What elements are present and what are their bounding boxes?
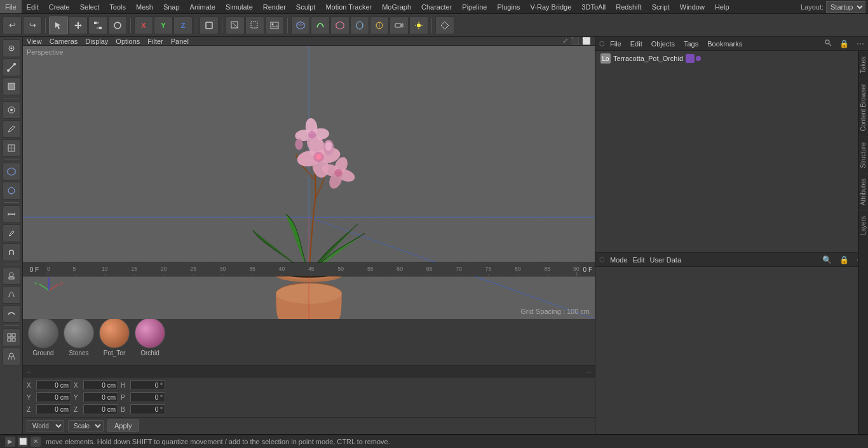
menu-mograph[interactable]: MoGraph xyxy=(377,0,416,13)
menu-window[interactable]: Window xyxy=(675,0,710,13)
apply-button[interactable]: Apply xyxy=(107,419,139,432)
menu-edit[interactable]: Edit xyxy=(22,0,44,13)
menu-pipeline[interactable]: Pipeline xyxy=(457,0,492,13)
menu-file[interactable]: File xyxy=(0,0,22,13)
menu-mesh[interactable]: Mesh xyxy=(131,0,158,13)
redo-button[interactable]: ↪ xyxy=(23,17,42,34)
scale-tool[interactable] xyxy=(88,17,107,34)
attr-mode-menu[interactable]: Mode xyxy=(610,256,628,264)
texture-btn[interactable] xyxy=(3,139,20,157)
h-input[interactable] xyxy=(130,380,165,390)
stamp-btn[interactable] xyxy=(3,267,20,285)
cube-primitive-btn[interactable] xyxy=(3,163,20,180)
material-pot-terra[interactable]: Pot_Ter xyxy=(99,318,130,356)
object-mode-button[interactable] xyxy=(200,17,219,34)
z-pos-input[interactable] xyxy=(36,404,71,414)
sculpt-pull-btn[interactable] xyxy=(3,286,20,304)
y-mid-input[interactable] xyxy=(83,392,118,402)
layers-tab[interactable]: Layers xyxy=(858,210,868,240)
picture-viewer-button[interactable] xyxy=(265,17,284,34)
knife-btn[interactable] xyxy=(3,224,20,242)
attributes-tab[interactable]: Attributes xyxy=(858,173,868,210)
paint-btn[interactable] xyxy=(3,120,20,138)
x-mid-input[interactable] xyxy=(83,380,118,390)
vp-menu-display[interactable]: Display xyxy=(85,37,108,45)
attr-search-icon[interactable]: 🔍 xyxy=(822,255,832,264)
render-region-button[interactable] xyxy=(245,17,264,34)
attr-userdata-menu[interactable]: User Data xyxy=(650,256,682,264)
cube-button[interactable] xyxy=(291,17,310,34)
timeline-track[interactable]: 0 5 10 15 20 25 30 xyxy=(46,263,581,276)
vp-menu-panel[interactable]: Panel xyxy=(171,37,189,45)
scale-dropdown[interactable]: Scale xyxy=(68,420,104,431)
menu-render[interactable]: Render xyxy=(258,0,291,13)
x-axis-button[interactable]: X xyxy=(134,17,153,34)
vp-menu-options[interactable]: Options xyxy=(116,37,140,45)
status-box-icon[interactable]: ⬜ xyxy=(18,437,28,447)
om-file-menu[interactable]: File xyxy=(610,40,621,48)
magnet-btn[interactable] xyxy=(3,243,20,261)
status-render-icon[interactable]: ▶ xyxy=(5,437,15,447)
vp-menu-view[interactable]: View xyxy=(27,37,42,45)
material-orchid[interactable]: Orchid xyxy=(135,318,165,356)
om-search-icon[interactable] xyxy=(824,39,832,48)
nurbs-button[interactable] xyxy=(330,17,349,34)
light-button[interactable] xyxy=(409,17,428,34)
takes-tab[interactable]: Takes xyxy=(858,51,868,78)
structure-tab[interactable]: Structure xyxy=(858,137,868,173)
vp-menu-cameras[interactable]: Cameras xyxy=(50,37,78,45)
rotate-tool[interactable] xyxy=(108,17,127,34)
z-axis-button[interactable]: Z xyxy=(173,17,193,34)
om-edit-menu[interactable]: Edit xyxy=(630,40,642,48)
menu-plugins[interactable]: Plugins xyxy=(492,0,525,13)
om-bookmarks-menu[interactable]: Bookmarks xyxy=(707,40,742,48)
material-ground[interactable]: Ground xyxy=(28,318,58,356)
world-dropdown[interactable]: World Object xyxy=(27,420,64,431)
edges-mode-btn[interactable] xyxy=(3,58,20,76)
timeline-ruler[interactable]: 0 F 0 5 10 15 20 xyxy=(23,262,595,276)
vp-icon-1[interactable]: ⤢ xyxy=(562,37,568,45)
move-tool[interactable] xyxy=(69,17,88,34)
om-tags-menu[interactable]: Tags xyxy=(684,40,698,48)
grid-btn[interactable] xyxy=(3,329,20,346)
sphere-btn[interactable] xyxy=(3,182,20,200)
menu-simulate[interactable]: Simulate xyxy=(220,0,258,13)
om-lock-icon[interactable]: 🔒 xyxy=(839,39,849,48)
menu-script[interactable]: Script xyxy=(647,0,675,13)
attr-lock-icon[interactable]: 🔒 xyxy=(839,255,849,264)
y-pos-input[interactable] xyxy=(36,392,71,402)
z-mid-input[interactable] xyxy=(83,404,118,414)
material-stones[interactable]: Stones xyxy=(64,318,94,356)
b-input[interactable] xyxy=(130,404,165,414)
om-objects-menu[interactable]: Objects xyxy=(651,40,675,48)
spline-button[interactable] xyxy=(311,17,330,34)
menu-3dtoall[interactable]: 3DToAll xyxy=(576,0,611,13)
undo-button[interactable]: ↩ xyxy=(3,17,22,34)
field-button[interactable] xyxy=(370,17,389,34)
vp-icon-2[interactable]: ⬛ xyxy=(571,37,580,45)
camera-button[interactable] xyxy=(390,17,409,34)
viewport-3d[interactable]: Perspective xyxy=(23,46,595,319)
menu-vray[interactable]: V-Ray Bridge xyxy=(526,0,577,13)
menu-sculpt[interactable]: Sculpt xyxy=(291,0,321,13)
om-more-icon[interactable]: ⋯ xyxy=(857,39,864,48)
status-close-icon[interactable]: ✕ xyxy=(31,437,41,447)
content-browser-tab[interactable]: Content Browser xyxy=(858,78,868,136)
y-axis-button[interactable]: Y xyxy=(154,17,173,34)
points-mode-btn[interactable] xyxy=(3,39,20,57)
snap-button[interactable] xyxy=(435,17,454,34)
select-tool[interactable] xyxy=(49,17,68,34)
x-pos-input[interactable] xyxy=(36,380,71,390)
hair-btn[interactable] xyxy=(3,348,20,365)
polygons-mode-btn[interactable] xyxy=(3,78,20,95)
menu-motion-tracker[interactable]: Motion Tracker xyxy=(320,0,377,13)
layout-select[interactable]: Startup xyxy=(826,1,865,13)
attr-edit-menu[interactable]: Edit xyxy=(633,256,645,264)
smooth-btn[interactable] xyxy=(3,305,20,323)
menu-redshift[interactable]: Redshift xyxy=(611,0,646,13)
p-input[interactable] xyxy=(130,392,165,402)
render-button[interactable] xyxy=(226,17,245,34)
vp-icon-3[interactable]: ⬜ xyxy=(582,37,591,45)
menu-help[interactable]: Help xyxy=(710,0,735,13)
object-item-terracotta[interactable]: Lo Terracotta_Pot_Orchid xyxy=(595,51,868,66)
